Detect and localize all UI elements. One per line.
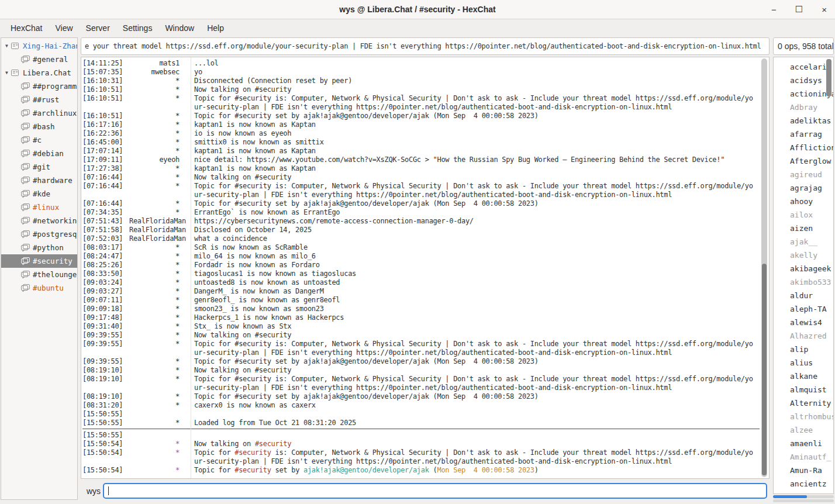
userlist-item[interactable]: Amun-Ra	[774, 464, 833, 477]
userlist-item[interactable]: accelario	[774, 60, 833, 74]
chat-nick: *	[129, 313, 188, 322]
chat-timestamp: [17:27:38]	[82, 164, 129, 173]
tree-item-bash[interactable]: #bash	[1, 120, 77, 133]
userlist-item[interactable]: aizen	[774, 222, 833, 235]
userlist-item[interactable]: aleph-TA	[774, 302, 833, 316]
userlist-item[interactable]: Afterglow	[774, 154, 833, 168]
tree-item-thelounge[interactable]: #thelounge	[1, 268, 77, 281]
userlist-item[interactable]: agireud	[774, 168, 833, 181]
userlist-item[interactable]: actioninja	[774, 87, 833, 101]
userlist-item[interactable]: ancientz	[774, 477, 833, 491]
chat-nick: eyeoh	[129, 156, 188, 164]
tree-item-label: #general	[33, 55, 68, 64]
userlist-item[interactable]: alius	[774, 356, 833, 370]
tree-item-xing-hai-zhang[interactable]: ▼Xing-Hai-Zhang	[1, 39, 77, 53]
menu-item-window[interactable]: Window	[159, 21, 200, 35]
close-icon[interactable]: ×	[822, 5, 827, 15]
userlist-item[interactable]: Adbray	[774, 101, 833, 114]
userlist-item[interactable]: alip	[774, 343, 833, 356]
tree-item-general[interactable]: #general	[1, 53, 77, 66]
expander-icon[interactable]: ▼	[3, 43, 11, 49]
userlist-item[interactable]: Affliction	[774, 141, 833, 154]
throttle-meter	[773, 499, 834, 502]
chat-timestamp: [07:51:43]	[82, 217, 129, 226]
userlist-item[interactable]: akimbo533	[774, 275, 833, 289]
userlist-item[interactable]: alzee	[774, 423, 833, 437]
chat-nick: *	[129, 112, 188, 120]
topic-input[interactable]: e your threat model https://ssd.eff.org/…	[81, 37, 770, 55]
userlist-item[interactable]: ahooy	[774, 195, 833, 208]
userlist-item[interactable]: adeliktas	[774, 114, 833, 127]
tree-item-archlinux[interactable]: #archlinux	[1, 106, 77, 120]
tree-item-hardware[interactable]: #hardware	[1, 174, 77, 187]
tree-item-debian[interactable]: #debian	[1, 147, 77, 160]
chat-nick: *	[129, 173, 188, 182]
message-input[interactable]	[103, 483, 767, 499]
userlist-item[interactable]: agrajag	[774, 181, 833, 195]
userlist-item[interactable]: altrhombus	[774, 410, 833, 423]
userlist-item[interactable]: akibageek	[774, 262, 833, 275]
tree-item-label: #security	[33, 257, 73, 265]
tree-item-label: #c	[33, 136, 42, 144]
text-caret	[108, 486, 109, 495]
tree-item-python[interactable]: #python	[1, 241, 77, 254]
tree-item-label: Libera.Chat	[23, 68, 71, 77]
chat-nick: *	[129, 322, 188, 331]
tree-item-ubuntu[interactable]: #ubuntu	[1, 281, 77, 295]
chat-timestamp	[82, 457, 129, 466]
channel-icon	[20, 243, 33, 252]
channel-icon	[20, 284, 33, 292]
chat-nick: *	[129, 252, 188, 261]
chat-timestamp: [07:16:44]	[82, 199, 129, 208]
chat-message: Disclosed on October 14, 2025	[188, 226, 312, 234]
channel-icon	[20, 109, 33, 118]
userlist-item[interactable]: akelly	[774, 248, 833, 262]
chat-timestamp: [07:16:44]	[82, 182, 129, 191]
tree-item-libera.chat[interactable]: ▼Libera.Chat	[1, 66, 77, 80]
userlist-item[interactable]: amaenli	[774, 437, 833, 450]
maximize-icon[interactable]: ☐	[795, 4, 803, 15]
expander-icon[interactable]: ▼	[3, 70, 11, 75]
userlist-item[interactable]: Aminautf_	[774, 450, 833, 464]
chat-message: caxerx0 is now known as caxerx	[188, 401, 316, 410]
tree-item-security[interactable]: #security	[1, 254, 77, 268]
userlist-item[interactable]: ailox	[774, 208, 833, 222]
userlist-item[interactable]: almquist	[774, 383, 833, 396]
userlist-item[interactable]: alkane	[774, 370, 833, 383]
chat-nick: *	[129, 164, 188, 173]
userlist-item[interactable]: acidsys	[774, 74, 833, 87]
channel-icon	[20, 95, 33, 104]
userlist-item[interactable]: alewis4	[774, 316, 833, 329]
chat-line: [08:33:50]*tiagoslucas1 is now known as …	[82, 270, 760, 278]
chat-nick	[129, 103, 188, 112]
userlist-item[interactable]: ajak__	[774, 235, 833, 248]
chat-line: [09:09:18]*smoon23_ is now known as smoo…	[82, 305, 760, 313]
chat-timestamp	[82, 348, 129, 357]
chat-nick: *	[129, 208, 188, 217]
tree-item-rust[interactable]: ##rust	[1, 93, 77, 106]
chat-timestamp: [16:10:51]	[82, 112, 129, 120]
menu-item-settings[interactable]: Settings	[117, 21, 158, 35]
tree-item-networking[interactable]: #networking	[1, 214, 77, 227]
menu-item-view[interactable]: View	[49, 21, 78, 35]
tree-item-linux[interactable]: #linux	[1, 201, 77, 214]
userlist-item[interactable]: aldur	[774, 289, 833, 302]
chat-timestamp: [08:19:10]	[82, 392, 129, 401]
menu-item-hexchat[interactable]: HexChat	[5, 21, 48, 35]
menu-item-help[interactable]: Help	[201, 21, 230, 35]
tree-item-c[interactable]: #c	[1, 133, 77, 147]
chat-timestamp: [09:07:11]	[82, 296, 129, 305]
minimize-icon[interactable]: −	[771, 5, 777, 15]
userlist-item[interactable]: afarrag	[774, 127, 833, 141]
menu-item-server[interactable]: Server	[80, 21, 116, 35]
userlist-item[interactable]: Alhazred	[774, 329, 833, 343]
chat-timestamp: [14:11:25]	[82, 59, 129, 68]
tree-item-git[interactable]: #git	[1, 160, 77, 174]
userlist-scrollbar-thumb[interactable]	[826, 59, 831, 96]
tree-item-kde[interactable]: #kde	[1, 187, 77, 201]
tree-item-postgresql[interactable]: #postgresql	[1, 227, 77, 241]
tree-item-programming[interactable]: ##programming	[1, 80, 77, 93]
userlist-item[interactable]: Alternity	[774, 396, 833, 410]
chat-scrollbar-thumb[interactable]	[762, 264, 767, 475]
chat-scrollbar[interactable]	[761, 58, 767, 477]
